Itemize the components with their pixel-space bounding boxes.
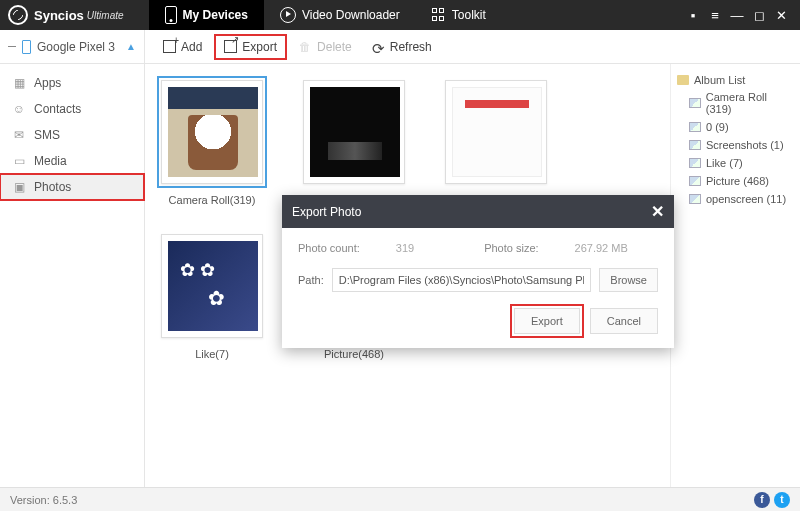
album-thumbnail bbox=[168, 87, 258, 177]
sidebar-item-label: Photos bbox=[34, 180, 71, 194]
tab-video-downloader[interactable]: Video Downloader bbox=[264, 0, 416, 30]
path-input[interactable] bbox=[332, 268, 592, 292]
photos-icon: ▣ bbox=[12, 180, 26, 194]
photo-count-label: Photo count: bbox=[298, 242, 360, 254]
album-label: Picture(468) bbox=[299, 348, 409, 360]
photo-count-value: 319 bbox=[396, 242, 414, 254]
dialog-close-button[interactable]: ✕ bbox=[651, 202, 664, 221]
album-list-label: Screenshots (1) bbox=[706, 139, 784, 151]
sidebar-item-label: Media bbox=[34, 154, 67, 168]
album-thumbnail bbox=[310, 87, 400, 177]
feedback-icon[interactable]: ▪ bbox=[682, 8, 704, 23]
chevron-up-icon: ▲ bbox=[126, 41, 136, 52]
dialog-title-text: Export Photo bbox=[292, 205, 361, 219]
album-thumbnail bbox=[168, 241, 258, 331]
export-button[interactable]: Export bbox=[214, 34, 287, 60]
album-list-item[interactable]: Like (7) bbox=[677, 154, 794, 172]
tab-my-devices[interactable]: My Devices bbox=[149, 0, 264, 30]
tab-toolkit[interactable]: Toolkit bbox=[416, 0, 502, 30]
close-button[interactable]: ✕ bbox=[770, 8, 792, 23]
album-list-title: Album List bbox=[677, 72, 794, 88]
album-camera-roll[interactable]: Camera Roll(319) bbox=[157, 76, 267, 206]
app-logo-icon bbox=[8, 5, 28, 25]
album-list-item[interactable]: openscreen (11) bbox=[677, 190, 794, 208]
image-icon bbox=[689, 176, 701, 186]
facebook-icon[interactable]: f bbox=[754, 492, 770, 508]
app-edition: Ultimate bbox=[87, 10, 124, 21]
image-icon bbox=[689, 122, 701, 132]
album-like[interactable]: Like(7) bbox=[157, 230, 267, 360]
folder-icon bbox=[677, 75, 689, 85]
image-icon bbox=[689, 194, 701, 204]
sidebar-item-apps[interactable]: ▦ Apps bbox=[0, 70, 144, 96]
dialog-cancel-button[interactable]: Cancel bbox=[590, 308, 658, 334]
album-list-label: openscreen (11) bbox=[706, 193, 786, 205]
album-label: Like(7) bbox=[157, 348, 267, 360]
toolbar: Add Export Delete Refresh bbox=[145, 30, 440, 63]
top-tabs: My Devices Video Downloader Toolkit bbox=[149, 0, 502, 30]
sidebar-item-sms[interactable]: ✉ SMS bbox=[0, 122, 144, 148]
dialog-body: Photo count: 319 Photo size: 267.92 MB P… bbox=[282, 228, 674, 348]
refresh-icon bbox=[372, 40, 385, 53]
sidebar: ▦ Apps ☺ Contacts ✉ SMS ▭ Media ▣ Photos bbox=[0, 64, 145, 487]
app-brand: Syncios bbox=[34, 8, 84, 23]
album-screenshots[interactable]: Screenshots(1) bbox=[441, 76, 551, 206]
device-selector[interactable]: Google Pixel 3 ▲ bbox=[0, 30, 145, 63]
button-label: Add bbox=[181, 40, 202, 54]
album-list-item[interactable]: 0 (9) bbox=[677, 118, 794, 136]
album-zero[interactable]: 0(9) bbox=[299, 76, 409, 206]
export-icon bbox=[224, 40, 237, 53]
dialog-titlebar: Export Photo ✕ bbox=[282, 195, 674, 228]
tab-label: Toolkit bbox=[452, 8, 486, 22]
device-name: Google Pixel 3 bbox=[37, 40, 115, 54]
menu-icon[interactable]: ≡ bbox=[704, 8, 726, 23]
toolkit-icon bbox=[432, 8, 446, 22]
album-list-item[interactable]: Picture (468) bbox=[677, 172, 794, 190]
image-icon bbox=[689, 158, 701, 168]
twitter-icon[interactable]: t bbox=[774, 492, 790, 508]
sidebar-item-media[interactable]: ▭ Media bbox=[0, 148, 144, 174]
album-list-label: Camera Roll (319) bbox=[706, 91, 794, 115]
button-label: Export bbox=[242, 40, 277, 54]
browse-button[interactable]: Browse bbox=[599, 268, 658, 292]
minimize-button[interactable]: — bbox=[726, 8, 748, 23]
sms-icon: ✉ bbox=[12, 128, 26, 142]
tab-label: Video Downloader bbox=[302, 8, 400, 22]
album-list-label: 0 (9) bbox=[706, 121, 729, 133]
tab-label: My Devices bbox=[183, 8, 248, 22]
sidebar-item-label: Apps bbox=[34, 76, 61, 90]
album-label: Camera Roll(319) bbox=[157, 194, 267, 206]
sidebar-item-label: SMS bbox=[34, 128, 60, 142]
sidebar-item-contacts[interactable]: ☺ Contacts bbox=[0, 96, 144, 122]
add-icon bbox=[163, 40, 176, 53]
album-list-item[interactable]: Camera Roll (319) bbox=[677, 88, 794, 118]
album-thumbnail bbox=[452, 87, 542, 177]
sidebar-item-photos[interactable]: ▣ Photos bbox=[0, 174, 144, 200]
image-icon bbox=[689, 140, 701, 150]
delete-button[interactable]: Delete bbox=[291, 36, 360, 58]
trash-icon bbox=[299, 40, 312, 53]
button-label: Delete bbox=[317, 40, 352, 54]
media-icon: ▭ bbox=[12, 154, 26, 168]
maximize-button[interactable]: ◻ bbox=[748, 8, 770, 23]
dialog-export-button[interactable]: Export bbox=[514, 308, 580, 334]
add-button[interactable]: Add bbox=[155, 36, 210, 58]
refresh-button[interactable]: Refresh bbox=[364, 36, 440, 58]
titlebar: Syncios Ultimate My Devices Video Downlo… bbox=[0, 0, 800, 30]
subbar: Google Pixel 3 ▲ Add Export Delete Refre… bbox=[0, 30, 800, 64]
device-icon bbox=[22, 40, 31, 54]
play-icon bbox=[280, 7, 296, 23]
apps-icon: ▦ bbox=[12, 76, 26, 90]
album-list-item[interactable]: Screenshots (1) bbox=[677, 136, 794, 154]
photo-size-value: 267.92 MB bbox=[575, 242, 628, 254]
album-list-label: Like (7) bbox=[706, 157, 743, 169]
photo-size-label: Photo size: bbox=[484, 242, 538, 254]
phone-icon bbox=[165, 6, 177, 24]
album-list-label: Picture (468) bbox=[706, 175, 769, 187]
contacts-icon: ☺ bbox=[12, 102, 26, 116]
image-icon bbox=[689, 98, 701, 108]
version-text: Version: 6.5.3 bbox=[10, 494, 77, 506]
export-photo-dialog: Export Photo ✕ Photo count: 319 Photo si… bbox=[282, 195, 674, 348]
path-label: Path: bbox=[298, 274, 324, 286]
button-label: Refresh bbox=[390, 40, 432, 54]
